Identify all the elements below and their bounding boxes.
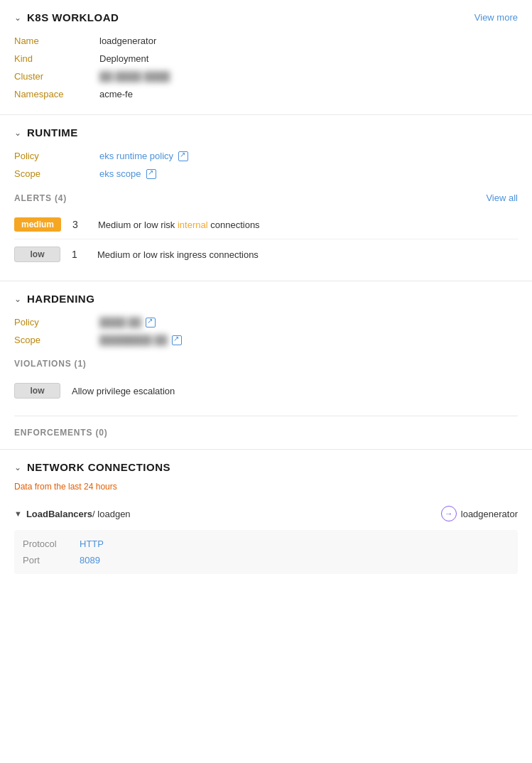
enforcements-subsection: ENFORCEMENTS (0) — [14, 416, 518, 438]
violations-title: VIOLATIONS (1) — [14, 359, 87, 369]
k8s-name-row: Name loadgenerator — [14, 32, 518, 50]
enforcements-title: ENFORCEMENTS (0) — [14, 428, 107, 438]
connection-arrow-circle-icon: → — [441, 506, 457, 521]
runtime-policy-text: eks runtime policy — [99, 151, 173, 161]
hardening-policy-label: Policy — [14, 317, 99, 328]
network-connections-header: ⌄ NETWORK CONNECTIONS — [14, 461, 518, 473]
k8s-namespace-label: Namespace — [14, 89, 99, 99]
runtime-title-wrapper: ⌄ RUNTIME — [14, 126, 78, 139]
hardening-chevron-icon[interactable]: ⌄ — [14, 294, 21, 304]
hardening-policy-external-icon — [146, 318, 156, 328]
runtime-policy-value[interactable]: eks runtime policy — [99, 151, 188, 161]
connection-right: → loadgenerator — [441, 506, 518, 521]
network-connections-title-wrapper: ⌄ NETWORK CONNECTIONS — [14, 461, 170, 473]
k8s-workload-title-wrapper: ⌄ K8S WORKLOAD — [14, 11, 119, 23]
connection-source: LoadBalancers/ loadgen — [26, 509, 131, 519]
network-connections-chevron-icon[interactable]: ⌄ — [14, 462, 21, 472]
alerts-subsection: ALERTS (4) View all medium 3 Medium or l… — [14, 193, 518, 269]
network-connections-subtitle: Data from the last 24 hours — [14, 482, 518, 492]
hardening-scope-external-icon — [172, 335, 182, 345]
hardening-scope-label: Scope — [14, 335, 99, 345]
violations-header: VIOLATIONS (1) — [14, 359, 518, 369]
k8s-cluster-value: ██ ████ ████ — [99, 71, 170, 82]
hardening-scope-value: ████████ ██ — [99, 335, 168, 345]
runtime-scope-label: Scope — [14, 168, 99, 179]
runtime-policy-label: Policy — [14, 151, 99, 161]
alerts-view-all-link[interactable]: View all — [486, 193, 518, 203]
runtime-header: ⌄ RUNTIME — [14, 126, 518, 139]
alert-row-medium: medium 3 Medium or low risk internal con… — [14, 210, 518, 239]
hardening-header: ⌄ HARDENING — [14, 293, 518, 305]
connection-source-name: / loadgen — [92, 509, 131, 519]
k8s-cluster-row: Cluster ██ ████ ████ — [14, 67, 518, 85]
k8s-workload-title: K8S WORKLOAD — [27, 11, 119, 23]
connection-triangle-icon[interactable]: ▼ — [14, 509, 22, 518]
alert-count-medium: 3 — [72, 219, 87, 230]
violation-badge-low: low — [14, 383, 60, 399]
alert-highlight-medium: internal — [178, 220, 208, 230]
hardening-scope-row: Scope ████████ ██ — [14, 331, 518, 349]
alert-badge-low: low — [14, 247, 60, 262]
runtime-chevron-icon[interactable]: ⌄ — [14, 128, 21, 138]
alerts-header: ALERTS (4) View all — [14, 193, 518, 203]
k8s-kind-value: Deployment — [99, 53, 148, 64]
k8s-namespace-value: acme-fe — [99, 89, 133, 99]
connection-left: ▼ LoadBalancers/ loadgen — [14, 509, 131, 519]
network-detail-protocol-value: HTTP — [80, 539, 104, 549]
violations-subsection: VIOLATIONS (1) low Allow privilege escal… — [14, 359, 518, 406]
alerts-title: ALERTS (4) — [14, 193, 67, 203]
network-detail-protocol-row: Protocol HTTP — [23, 536, 509, 552]
violation-row-low: low Allow privilege escalation — [14, 376, 518, 406]
connection-source-type: LoadBalancers — [26, 509, 92, 519]
hardening-policy-value: ████ ██ — [99, 317, 141, 328]
network-detail-table: Protocol HTTP Port 8089 — [14, 530, 518, 574]
network-connections-section: ⌄ NETWORK CONNECTIONS Data from the last… — [0, 450, 532, 585]
network-connections-title: NETWORK CONNECTIONS — [27, 461, 170, 473]
alert-row-low: low 1 Medium or low risk ingress connect… — [14, 239, 518, 269]
hardening-policy-row: Policy ████ ██ — [14, 313, 518, 331]
runtime-scope-text: eks scope — [99, 168, 141, 179]
k8s-namespace-row: Namespace acme-fe — [14, 85, 518, 103]
k8s-workload-view-more-link[interactable]: View more — [474, 12, 518, 23]
hardening-title: HARDENING — [27, 293, 94, 305]
violation-description: Allow privilege escalation — [72, 386, 175, 396]
network-detail-port-label: Port — [23, 555, 80, 566]
network-connection-row: ▼ LoadBalancers/ loadgen → loadgenerator — [14, 500, 518, 527]
k8s-workload-chevron-icon[interactable]: ⌄ — [14, 13, 21, 23]
runtime-scope-external-icon — [146, 169, 156, 179]
k8s-name-value: loadgenerator — [99, 36, 156, 46]
alert-badge-medium: medium — [14, 217, 61, 232]
runtime-section: ⌄ RUNTIME Policy eks runtime policy Scop… — [0, 115, 532, 281]
alert-description-medium: Medium or low risk internal connections — [98, 220, 260, 230]
k8s-name-label: Name — [14, 36, 99, 46]
k8s-workload-header: ⌄ K8S WORKLOAD View more — [14, 11, 518, 23]
network-detail-port-value: 8089 — [80, 555, 100, 566]
k8s-workload-section: ⌄ K8S WORKLOAD View more Name loadgenera… — [0, 0, 532, 115]
runtime-policy-row: Policy eks runtime policy — [14, 147, 518, 165]
k8s-cluster-label: Cluster — [14, 71, 99, 82]
alert-count-low: 1 — [72, 249, 86, 260]
runtime-policy-external-icon — [178, 151, 188, 161]
alert-description-low: Medium or low risk ingress connections — [97, 249, 259, 260]
k8s-kind-label: Kind — [14, 53, 99, 64]
runtime-scope-row: Scope eks scope — [14, 165, 518, 183]
hardening-title-wrapper: ⌄ HARDENING — [14, 293, 94, 305]
connection-target: loadgenerator — [461, 509, 518, 519]
k8s-kind-row: Kind Deployment — [14, 50, 518, 67]
network-detail-port-row: Port 8089 — [23, 552, 509, 568]
runtime-scope-value[interactable]: eks scope — [99, 168, 156, 179]
runtime-title: RUNTIME — [27, 126, 78, 139]
network-detail-protocol-label: Protocol — [23, 539, 80, 549]
hardening-section: ⌄ HARDENING Policy ████ ██ Scope ███████… — [0, 281, 532, 450]
